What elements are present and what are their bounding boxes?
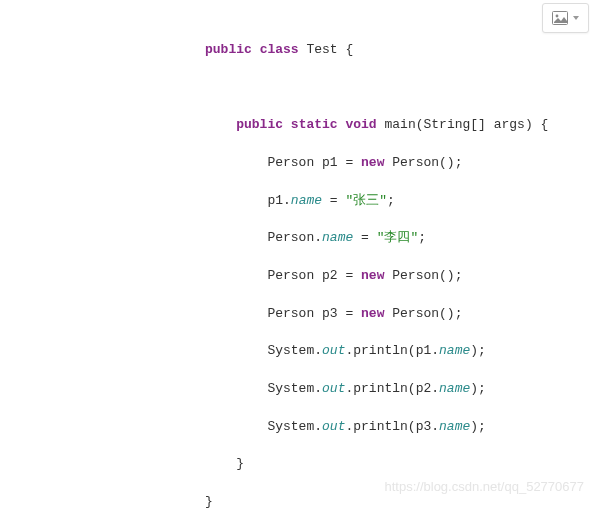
code-block: public class Test { public static void m… — [205, 22, 604, 508]
code-line: System.out.println(p3.name); — [205, 418, 604, 437]
chevron-down-icon — [573, 16, 579, 20]
svg-point-1 — [556, 15, 559, 18]
code-line: System.out.println(p1.name); — [205, 342, 604, 361]
code-line: Person p3 = new Person(); — [205, 305, 604, 324]
code-line: Person.name = "李四"; — [205, 229, 604, 248]
code-line — [205, 79, 604, 98]
code-line: System.out.println(p2.name); — [205, 380, 604, 399]
code-line: public class Test { — [205, 41, 604, 60]
code-line: p1.name = "张三"; — [205, 192, 604, 211]
code-line: } — [205, 455, 604, 474]
code-line: Person p2 = new Person(); — [205, 267, 604, 286]
code-line: } — [205, 493, 604, 508]
code-line: public static void main(String[] args) { — [205, 116, 604, 135]
code-line: Person p1 = new Person(); — [205, 154, 604, 173]
